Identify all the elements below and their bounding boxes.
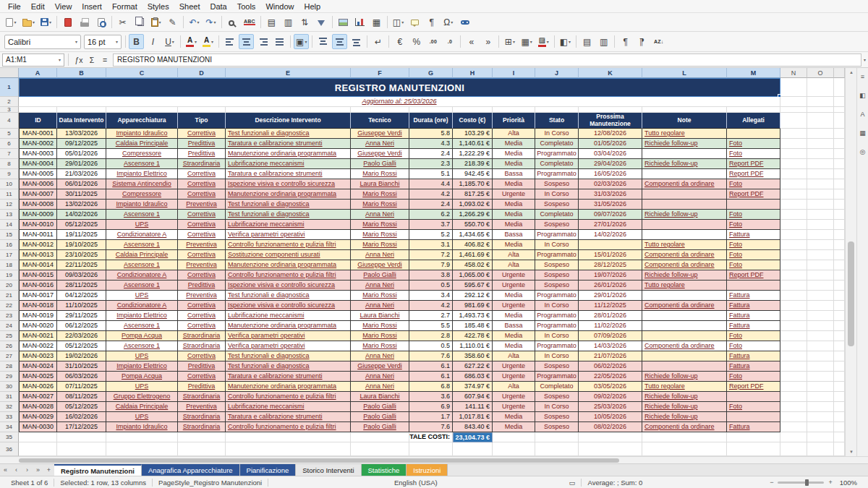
cell[interactable]: MAN-0030: [19, 422, 57, 432]
cell[interactable]: 6.2: [409, 210, 453, 220]
cell[interactable]: Urgente: [493, 392, 535, 402]
cell[interactable]: 0.5: [409, 341, 453, 351]
cell[interactable]: [535, 432, 579, 442]
cell[interactable]: MAN-0011: [19, 230, 57, 240]
cell[interactable]: [493, 107, 535, 113]
cell[interactable]: 2.4: [409, 200, 453, 210]
cell[interactable]: [807, 129, 834, 139]
cell[interactable]: [807, 361, 834, 372]
cell[interactable]: [834, 351, 845, 361]
cell[interactable]: Mario Rossi: [351, 240, 409, 250]
cell[interactable]: Mario Rossi: [351, 331, 409, 341]
cell[interactable]: Urgente: [493, 189, 535, 200]
cell[interactable]: Media: [493, 139, 535, 149]
menu-data[interactable]: Data: [205, 1, 231, 12]
cell[interactable]: 1,065.00 €: [453, 270, 493, 281]
cell[interactable]: [178, 442, 226, 456]
cell[interactable]: Foto: [727, 240, 780, 250]
cell[interactable]: [780, 301, 807, 311]
cell[interactable]: Controllo funzionamento e pulizia filtri: [226, 240, 351, 250]
cell[interactable]: MAN-0012: [19, 240, 57, 250]
cell[interactable]: [780, 351, 807, 361]
cell[interactable]: Anna Neri: [351, 301, 409, 311]
gallery-icon[interactable]: ▦: [858, 128, 868, 138]
background-color-button[interactable]: ▨▾: [536, 34, 551, 49]
cell[interactable]: MAN-0021: [19, 331, 57, 341]
cell[interactable]: 11/10/2025: [57, 301, 106, 311]
cell[interactable]: 09/12/2025: [57, 139, 106, 149]
redo-button[interactable]: ↷▾: [203, 14, 218, 30]
cell[interactable]: [642, 220, 727, 230]
cell[interactable]: Componenti da ordinare: [642, 422, 727, 432]
row-header-15[interactable]: 15: [0, 230, 19, 240]
cell[interactable]: UPS: [106, 291, 178, 301]
row-header-23[interactable]: 23: [0, 311, 19, 321]
cell[interactable]: MAN-0018: [19, 301, 57, 311]
cell[interactable]: Fattura: [727, 361, 780, 372]
cell[interactable]: [807, 149, 834, 159]
cell[interactable]: [807, 281, 834, 291]
cell[interactable]: [780, 422, 807, 432]
cell[interactable]: Manutenzione ordinaria programmata: [226, 189, 351, 200]
cell[interactable]: 28/12/2025: [579, 260, 642, 270]
cell[interactable]: [642, 169, 727, 179]
cell[interactable]: Alta: [493, 351, 535, 361]
cell[interactable]: 3.4: [409, 291, 453, 301]
column-header-F[interactable]: F: [351, 68, 409, 78]
column-title[interactable]: ID: [19, 113, 57, 129]
cell[interactable]: [642, 230, 727, 240]
cell[interactable]: UPS: [106, 220, 178, 230]
insert-comment-button[interactable]: [407, 14, 422, 30]
cell[interactable]: 29/04/2026: [579, 159, 642, 169]
cell[interactable]: [834, 250, 845, 260]
cell[interactable]: 05/12/2025: [57, 402, 106, 412]
cell[interactable]: [834, 321, 845, 331]
cell[interactable]: Media: [493, 331, 535, 341]
cell[interactable]: 15/01/2026: [579, 250, 642, 260]
cell[interactable]: Urgente: [493, 281, 535, 291]
cell[interactable]: [834, 189, 845, 200]
cell[interactable]: In Corso: [535, 402, 579, 412]
cell[interactable]: [834, 220, 845, 230]
cell[interactable]: [106, 432, 178, 442]
column-title[interactable]: Stato: [535, 113, 579, 129]
cell[interactable]: [807, 291, 834, 301]
cell[interactable]: Correttiva: [178, 129, 226, 139]
cell[interactable]: [642, 200, 727, 210]
cell[interactable]: 07/09/2026: [579, 331, 642, 341]
cell[interactable]: [57, 442, 106, 456]
row-header-12[interactable]: 12: [0, 200, 19, 210]
add-sheet-button[interactable]: +: [43, 464, 54, 476]
insert-chart-button[interactable]: [352, 14, 367, 30]
cell[interactable]: Componenti da ordinare: [642, 341, 727, 351]
cell[interactable]: Sostituzione componenti usurati: [226, 250, 351, 260]
cell[interactable]: [807, 78, 834, 97]
cell[interactable]: [727, 129, 780, 139]
cell[interactable]: MAN-0010: [19, 220, 57, 230]
cell[interactable]: [642, 149, 727, 159]
cell[interactable]: [807, 321, 834, 331]
column-header-I[interactable]: I: [493, 68, 535, 78]
cell[interactable]: [780, 331, 807, 341]
cell[interactable]: Paolo Gialli: [351, 270, 409, 281]
increase-indent-button[interactable]: »: [480, 34, 495, 49]
cell[interactable]: [807, 432, 834, 442]
menu-tools[interactable]: Tools: [232, 1, 261, 12]
cell[interactable]: [780, 291, 807, 301]
zoom-slider[interactable]: [778, 481, 824, 484]
row-header-3[interactable]: 3: [0, 107, 19, 113]
cell[interactable]: [780, 412, 807, 422]
cell[interactable]: Straordinaria: [178, 159, 226, 169]
cell[interactable]: [780, 281, 807, 291]
cell[interactable]: 01/05/2026: [579, 139, 642, 149]
vertical-scroll-thumb[interactable]: [848, 241, 854, 346]
cell[interactable]: [493, 432, 535, 442]
cell[interactable]: MAN-0028: [19, 402, 57, 412]
cell[interactable]: [780, 240, 807, 250]
cell[interactable]: 03/05/2026: [579, 382, 642, 392]
row-header-28[interactable]: 28: [0, 361, 19, 372]
cell[interactable]: [780, 129, 807, 139]
cell[interactable]: [834, 200, 845, 210]
cell[interactable]: [642, 442, 727, 456]
sort-ascending-button[interactable]: AZ↓: [651, 34, 666, 49]
